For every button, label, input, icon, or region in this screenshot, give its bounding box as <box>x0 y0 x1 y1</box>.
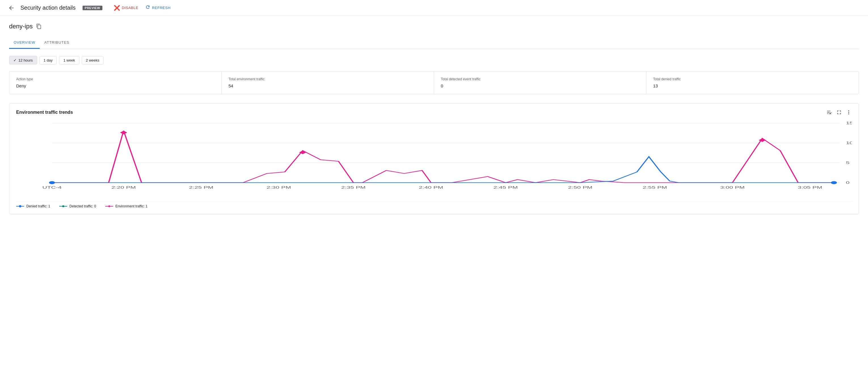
chart-legend: Denied traffic: 1 Detected traffic: 0 En… <box>16 202 852 208</box>
stat-denied-traffic: Total denied traffic 13 <box>647 71 859 94</box>
tab-attributes[interactable]: ATTRIBUTES <box>40 37 74 49</box>
svg-rect-27 <box>62 205 64 207</box>
legend-detected: Detected traffic: 0 <box>59 204 96 208</box>
page-title: Security action details <box>21 4 76 11</box>
time-filter-1w[interactable]: 1 week <box>59 56 79 64</box>
svg-point-23 <box>49 181 55 184</box>
svg-text:2:25 PM: 2:25 PM <box>189 185 213 189</box>
svg-text:2:55 PM: 2:55 PM <box>643 185 667 189</box>
svg-text:2:30 PM: 2:30 PM <box>267 185 291 189</box>
resource-name-row: deny-ips <box>9 23 859 30</box>
stats-row: Action type Deny Total environment traff… <box>9 71 859 94</box>
disable-button[interactable]: ❌ DISABLE <box>114 5 138 11</box>
tabs-bar: OVERVIEW ATTRIBUTES <box>9 37 859 49</box>
time-filter-1d[interactable]: 1 day <box>39 56 57 64</box>
chart-fullscreen[interactable] <box>836 109 842 115</box>
svg-marker-29 <box>108 205 110 207</box>
legend-denied: Denied traffic: 1 <box>16 204 50 208</box>
time-filter-2w[interactable]: 2 weeks <box>82 56 104 64</box>
chart-title: Environment traffic trends <box>16 110 73 115</box>
legend-environment: Environment traffic: 1 <box>105 204 148 208</box>
chart-canvas: 15 10 5 0 UTC-4 2:20 PM 2:25 PM 2:30 PM … <box>16 120 852 200</box>
time-filter-12h[interactable]: ✓ 12 hours <box>9 56 37 64</box>
svg-text:10: 10 <box>846 141 852 145</box>
svg-text:5: 5 <box>846 161 849 165</box>
svg-text:2:40 PM: 2:40 PM <box>419 185 443 189</box>
svg-point-22 <box>831 181 837 184</box>
refresh-icon <box>145 4 150 11</box>
svg-text:3:00 PM: 3:00 PM <box>720 185 745 189</box>
preview-badge: PREVIEW <box>83 6 102 10</box>
stat-env-traffic: Total environment traffic 54 <box>222 71 434 94</box>
svg-text:2:35 PM: 2:35 PM <box>341 185 366 189</box>
copy-button[interactable] <box>36 24 42 29</box>
svg-text:2:50 PM: 2:50 PM <box>568 185 592 189</box>
svg-point-25 <box>19 205 21 207</box>
back-button[interactable] <box>7 3 16 12</box>
svg-text:2:20 PM: 2:20 PM <box>112 185 136 189</box>
chart-svg: 15 10 5 0 UTC-4 2:20 PM 2:25 PM 2:30 PM … <box>16 120 852 200</box>
chart-more-options[interactable] <box>845 109 852 115</box>
time-filter-row: ✓ 12 hours 1 day 1 week 2 weeks <box>9 56 859 64</box>
svg-text:UTC-4: UTC-4 <box>42 185 62 189</box>
svg-text:3:05 PM: 3:05 PM <box>798 185 822 189</box>
header-actions: ❌ DISABLE REFRESH <box>114 4 171 11</box>
svg-text:0: 0 <box>846 181 849 185</box>
disable-icon: ❌ <box>114 5 120 11</box>
check-icon: ✓ <box>13 58 17 62</box>
page-header: Security action details PREVIEW ❌ DISABL… <box>0 0 868 16</box>
chart-legend-toggle[interactable] <box>826 109 833 115</box>
stat-detected-traffic: Total detected event traffic 0 <box>434 71 647 94</box>
tab-overview[interactable]: OVERVIEW <box>9 37 40 49</box>
svg-text:15: 15 <box>846 121 852 125</box>
svg-text:2:45 PM: 2:45 PM <box>493 185 518 189</box>
main-content: deny-ips OVERVIEW ATTRIBUTES ✓ 12 hours … <box>0 16 868 221</box>
stat-action-type: Action type Deny <box>9 71 222 94</box>
resource-name: deny-ips <box>9 23 33 30</box>
chart-actions <box>826 109 852 115</box>
svg-marker-19 <box>120 131 127 135</box>
refresh-button[interactable]: REFRESH <box>145 4 171 11</box>
chart-section: Environment traffic trends <box>9 103 859 214</box>
chart-header: Environment traffic trends <box>16 109 852 115</box>
